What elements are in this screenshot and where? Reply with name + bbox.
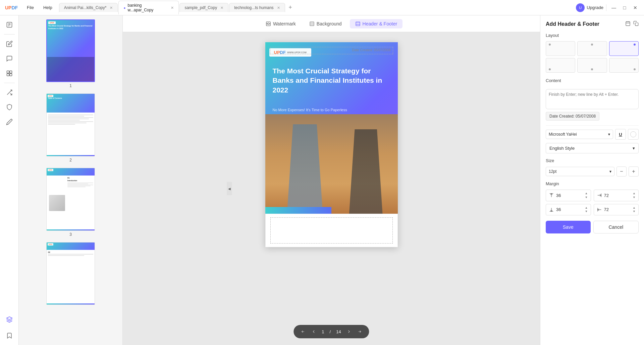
tab-close-banking[interactable]: ✕ (171, 6, 174, 10)
maximize-button[interactable]: □ (620, 3, 629, 12)
thumb-1-logo: UPDF (48, 21, 56, 24)
panel-divider-1 (546, 125, 639, 126)
margin-bottom-icon (549, 207, 554, 212)
sidebar-icon-bookmark[interactable] (3, 329, 16, 342)
margin-left-field: 72 ▲ ▼ (594, 204, 639, 216)
layout-option-6[interactable] (609, 58, 639, 73)
panel-title: Add Header & Footer (546, 21, 599, 27)
icon-sidebar (0, 15, 19, 345)
margin-top-inc[interactable]: ▲ (585, 192, 588, 195)
save-button[interactable]: Save (546, 221, 591, 233)
page-thumb-3[interactable]: UPDF 01 Introduction (46, 168, 95, 231)
background-button[interactable]: Background (304, 19, 347, 28)
page-thumb-3-container: UPDF 01 Introduction (24, 168, 117, 237)
header-footer-icon (355, 21, 361, 26)
page-thumb-1[interactable]: UPDF The Most Crucial Strategy for Banks… (46, 19, 95, 82)
sidebar-icon-convert[interactable] (3, 86, 16, 99)
titlebar: UPDF File Help Animal Pai...kills_Copy* … (0, 0, 644, 15)
page-thumb-1-container: UPDF The Most Crucial Strategy for Banks… (24, 19, 117, 88)
svg-rect-7 (9, 74, 12, 76)
content-textarea[interactable] (546, 89, 639, 109)
layout-option-2[interactable] (577, 41, 607, 56)
nav-last-button[interactable] (355, 327, 365, 336)
nav-prev-button[interactable] (309, 327, 318, 336)
content-label: Content (546, 78, 561, 83)
svg-marker-10 (6, 317, 12, 320)
font-section: Microsoft YaHei ▾ U English Style ▾ (546, 129, 639, 153)
style-dropdown-arrow: ▾ (633, 146, 635, 151)
panel-copy-icon[interactable] (633, 21, 639, 27)
font-color-button[interactable] (628, 129, 639, 140)
layout-option-1[interactable] (546, 41, 575, 56)
svg-rect-6 (7, 74, 9, 76)
content-chip: Date Created: 05/07/2008 (546, 112, 599, 121)
right-panel: Add Header & Footer Layout (540, 15, 644, 345)
tab-close-technology[interactable]: ✕ (277, 6, 280, 10)
menu-help[interactable]: Help (39, 4, 56, 11)
page-thumb-2[interactable]: UPDF Table of Contents (46, 93, 95, 156)
new-tab-button[interactable]: + (286, 3, 295, 12)
margin-left-inc[interactable]: ▲ (633, 206, 636, 210)
sidebar-icon-layers[interactable] (3, 313, 16, 326)
margin-bottom-field: 36 ▲ ▼ (546, 204, 591, 216)
style-dropdown[interactable]: English Style ▾ (546, 143, 639, 153)
margin-top-dec[interactable]: ▼ (585, 196, 588, 199)
font-color-circle (630, 131, 636, 137)
margin-right-steppers: ▲ ▼ (633, 192, 636, 199)
margin-bottom-dec[interactable]: ▼ (585, 210, 588, 213)
tab-technology[interactable]: technolog...ts humans ✕ (229, 3, 285, 12)
page-separator: / (328, 329, 333, 334)
sidebar-icon-organize[interactable] (3, 67, 16, 80)
close-button[interactable]: ✕ (631, 3, 640, 12)
font-select-dropdown[interactable]: Microsoft YaHei ▾ (546, 130, 613, 139)
layout-dot-br (634, 68, 636, 70)
window-controls: — □ ✕ (609, 3, 640, 12)
page-num-3: 3 (69, 232, 72, 237)
footer-guide (270, 217, 393, 244)
sidebar-icon-comments[interactable] (3, 52, 16, 65)
watermark-icon (266, 21, 271, 26)
margin-right-inc[interactable]: ▲ (633, 192, 636, 195)
tab-close-sample[interactable]: ✕ (220, 6, 223, 10)
pdf-subtitle: No More Expenses! It's Time to Go Paperl… (273, 108, 390, 112)
header-guide: Date Created: 05/07/2008 (270, 47, 393, 54)
size-decrease-button[interactable]: − (616, 166, 627, 177)
panel-header-actions (625, 21, 639, 27)
size-select-dropdown[interactable]: 12pt ▾ (546, 167, 614, 176)
main-layout: UPDF The Most Crucial Strategy for Banks… (0, 0, 644, 345)
tab-sample[interactable]: sample_pdf_Copy ✕ (179, 3, 228, 12)
nav-first-button[interactable] (298, 327, 308, 336)
tab-animal[interactable]: Animal Pai...kills_Copy* ✕ (59, 3, 118, 12)
cancel-button[interactable]: Cancel (593, 221, 639, 233)
margin-bottom-inc[interactable]: ▲ (585, 206, 588, 210)
sidebar-icon-edit[interactable] (3, 37, 16, 51)
page-current: 1 (320, 329, 326, 334)
sidebar-icon-protect[interactable] (3, 100, 16, 114)
font-dropdown-arrow: ▾ (608, 132, 610, 137)
panel-calendar-icon[interactable] (625, 21, 631, 27)
margin-right-dec[interactable]: ▼ (633, 196, 636, 199)
content-area: Watermark Background Header & Footer ◀ (123, 15, 540, 345)
layout-option-3[interactable] (609, 41, 639, 56)
page-thumb-4[interactable]: UPDF 02 (46, 242, 95, 305)
margin-top-icon (549, 193, 554, 198)
upgrade-button[interactable]: U Upgrade (576, 3, 603, 12)
layout-option-4[interactable] (546, 58, 575, 73)
margin-left-dec[interactable]: ▼ (633, 210, 636, 213)
header-date: Date Created: 05/07/2008 (352, 48, 390, 52)
tab-close-animal[interactable]: ✕ (110, 6, 113, 10)
collapse-panel-button[interactable]: ◀ (227, 182, 232, 195)
header-footer-button[interactable]: Header & Footer (350, 19, 403, 28)
nav-next-button[interactable] (344, 327, 354, 336)
underline-button[interactable]: U (615, 129, 626, 140)
sidebar-icon-document[interactable] (3, 18, 16, 31)
margin-right-value: 72 (604, 193, 631, 198)
sidebar-icon-sign[interactable] (3, 115, 16, 129)
size-increase-button[interactable]: + (629, 166, 639, 177)
menu-file[interactable]: File (23, 4, 38, 11)
watermark-button[interactable]: Watermark (260, 19, 301, 28)
layout-section: Layout (546, 33, 639, 73)
tab-banking[interactable]: ● banking w...apar_Copy ✕ (118, 1, 179, 14)
minimize-button[interactable]: — (609, 3, 619, 12)
layout-option-5[interactable] (577, 58, 607, 73)
